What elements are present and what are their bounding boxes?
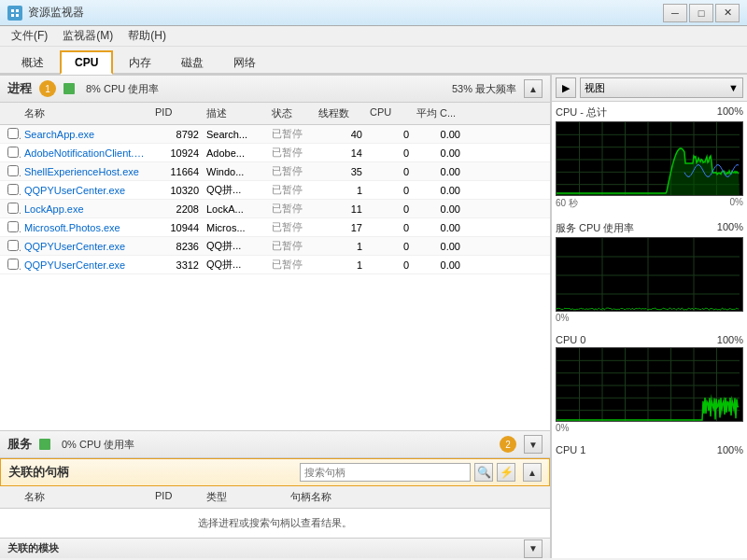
modules-collapse[interactable]: ▼ [524, 539, 543, 558]
handles-search-button[interactable]: 🔍 [474, 463, 493, 482]
service-cpu-graph [556, 237, 743, 312]
table-row[interactable]: QQPYUserCenter.exe 8236 QQ拼... 已暂停 1 0 0… [0, 237, 550, 256]
svg-rect-0 [11, 9, 14, 12]
row-status: 已暂停 [268, 145, 315, 161]
close-button[interactable]: ✕ [715, 4, 740, 22]
row-pid: 2208 [151, 203, 203, 216]
col-pid[interactable]: PID [151, 105, 203, 122]
row-threads: 1 [315, 240, 366, 253]
handles-search-input[interactable] [300, 463, 471, 482]
col-cpu[interactable]: CPU [366, 105, 413, 122]
services-cpu-indicator [39, 439, 50, 450]
expand-button[interactable]: ▶ [556, 77, 576, 98]
cpu0-label: CPU 0 100% [556, 334, 743, 345]
services-collapse[interactable]: ▼ [524, 435, 543, 454]
right-panel: ▶ 视图 ▼ CPU - 总计 100% 60 秒 0% 服务 CPU 使用率 [551, 75, 747, 558]
tab-cpu[interactable]: CPU [60, 50, 113, 75]
table-row[interactable]: QQPYUserCenter.exe 10320 QQ拼... 已暂停 1 0 … [0, 181, 550, 200]
row-checkbox[interactable] [7, 165, 19, 176]
table-row[interactable]: ShellExperienceHost.exe 11664 Windo... 已… [0, 162, 550, 181]
row-name: ShellExperienceHost.exe [21, 165, 151, 178]
menu-help[interactable]: 帮助(H) [120, 26, 174, 46]
handles-title: 关联的句柄 [8, 464, 69, 481]
cpu-total-max: 100% [717, 105, 743, 119]
handles-table-body: 选择进程或搜索句柄以查看结果。 [0, 509, 550, 538]
tab-overview[interactable]: 概述 [7, 50, 58, 75]
col-name[interactable]: 名称 [21, 105, 151, 122]
table-row[interactable]: Microsoft.Photos.exe 10944 Micros... 已暂停… [0, 218, 550, 237]
maximize-button[interactable]: □ [689, 4, 713, 22]
menu-monitor[interactable]: 监视器(M) [55, 26, 120, 46]
cpu1-label: CPU 1 100% [556, 444, 743, 455]
row-checkbox[interactable] [7, 240, 19, 251]
row-avg: 0.00 [413, 221, 464, 234]
service-cpu-graph-section: 服务 CPU 使用率 100% 0% [552, 217, 747, 330]
cpu-indicator [63, 83, 75, 94]
row-threads: 1 [315, 184, 366, 197]
handles-col-check [4, 488, 21, 506]
row-pid: 10944 [151, 221, 203, 234]
col-status[interactable]: 状态 [268, 105, 315, 122]
handles-col-handlename[interactable]: 句柄名称 [287, 488, 546, 506]
handles-empty-message: 选择进程或搜索句柄以查看结果。 [0, 509, 550, 538]
right-toolbar: ▶ 视图 ▼ [552, 75, 747, 102]
row-name: AdobeNotificationClient.exe [21, 147, 151, 160]
menu-file[interactable]: 文件(F) [4, 26, 55, 46]
row-checkbox[interactable] [7, 259, 19, 270]
row-status: 已暂停 [268, 257, 315, 273]
col-threads[interactable]: 线程数 [315, 105, 366, 122]
row-pid: 10924 [151, 147, 203, 160]
minimize-button[interactable]: ─ [663, 4, 687, 22]
processes-header: 进程 1 8% CPU 使用率 53% 最大频率 ▲ [0, 75, 550, 103]
row-avg: 0.00 [413, 240, 464, 253]
row-desc: Micros... [203, 221, 268, 234]
table-row[interactable]: AdobeNotificationClient.exe 10924 Adobe.… [0, 144, 550, 162]
cpu-total-time: 60 秒 0% [556, 197, 743, 210]
handles-table-header: 名称 PID 类型 句柄名称 [0, 486, 550, 509]
row-status: 已暂停 [268, 163, 315, 179]
title-bar: 资源监视器 ─ □ ✕ [0, 0, 747, 26]
handles-collapse[interactable]: ▲ [523, 463, 542, 482]
col-avg[interactable]: 平均 C... [413, 105, 464, 122]
window-title: 资源监视器 [28, 5, 663, 21]
row-checkbox[interactable] [7, 128, 19, 139]
handles-header: 关联的句柄 🔍 ⚡ ▲ [0, 458, 550, 486]
table-row[interactable]: LockApp.exe 2208 LockA... 已暂停 11 0 0.00 [0, 200, 550, 218]
col-desc[interactable]: 描述 [203, 105, 268, 122]
row-status: 已暂停 [268, 238, 315, 254]
time-left: 60 秒 [556, 197, 578, 210]
tab-disk[interactable]: 磁盘 [167, 50, 218, 75]
row-checkbox[interactable] [7, 221, 19, 232]
svg-rect-3 [16, 14, 19, 17]
row-threads: 40 [315, 128, 366, 141]
row-status: 已暂停 [268, 126, 315, 142]
view-dropdown[interactable]: 视图 ▼ [580, 77, 743, 98]
processes-table-body[interactable]: SearchApp.exe 8792 Search... 已暂停 40 0 0.… [0, 125, 550, 274]
row-avg: 0.00 [413, 259, 464, 272]
row-checkbox[interactable] [7, 184, 19, 195]
row-checkbox[interactable] [7, 147, 19, 158]
table-row[interactable]: QQPYUserCenter.exe 3312 QQ拼... 已暂停 1 0 0… [0, 256, 550, 274]
handles-col-pid[interactable]: PID [151, 488, 203, 506]
cpu1-max: 100% [717, 444, 743, 455]
row-checkbox[interactable] [7, 203, 19, 214]
processes-collapse[interactable]: ▲ [524, 79, 543, 98]
table-row[interactable]: SearchApp.exe 8792 Search... 已暂停 40 0 0.… [0, 125, 550, 144]
processes-title: 进程 [7, 80, 32, 97]
row-avg: 0.00 [413, 165, 464, 178]
row-name: QQPYUserCenter.exe [21, 240, 151, 253]
cpu0-time: 0% [556, 423, 743, 433]
service-time-right: 0% [556, 313, 569, 323]
tab-network[interactable]: 网络 [219, 50, 270, 75]
handles-col-name[interactable]: 名称 [21, 488, 151, 506]
services-section: 服务 0% CPU 使用率 2 ▼ [0, 430, 550, 458]
handles-refresh-button[interactable]: ⚡ [497, 463, 515, 482]
row-cpu: 0 [366, 184, 413, 197]
tab-memory[interactable]: 内存 [115, 50, 165, 75]
row-avg: 0.00 [413, 147, 464, 160]
app-icon [7, 6, 22, 21]
window-controls: ─ □ ✕ [663, 4, 740, 22]
service-cpu-time: 0% [556, 313, 743, 323]
handles-col-type[interactable]: 类型 [203, 488, 287, 506]
svg-rect-2 [11, 14, 14, 17]
